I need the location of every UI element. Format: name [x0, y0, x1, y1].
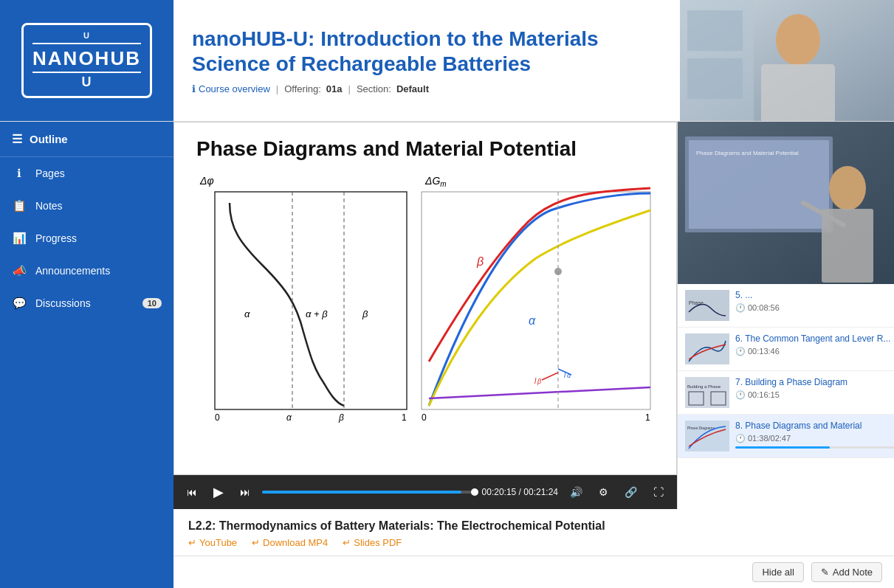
- playlist-item-6[interactable]: 6. The Common Tangent and Lever R... 🕐00…: [678, 328, 894, 371]
- hide-all-button[interactable]: Hide all: [752, 562, 803, 582]
- sidebar-label-announcements: Announcements: [35, 265, 162, 277]
- notes-icon: 📋: [12, 199, 27, 212]
- course-overview-link[interactable]: Course overview: [199, 83, 270, 94]
- logo-main: NANOHUB: [32, 47, 141, 70]
- outline-icon: ☰: [12, 132, 22, 146]
- playlist-info-7: 7. Building a Phase Diagram 🕐00:16:15: [735, 377, 894, 408]
- header-meta: ℹ Course overview | Offering: 01a | Sect…: [192, 83, 661, 94]
- svg-text:β: β: [362, 308, 368, 319]
- playlist-item-7[interactable]: Building a Phase 7. Building a Phase Dia…: [678, 371, 894, 415]
- playlist-item-5[interactable]: Phase 5. ... 🕐00:08:56: [678, 284, 894, 328]
- settings-button[interactable]: ⚙: [594, 483, 613, 501]
- time-display: 00:20:15 / 00:21:24: [482, 487, 558, 497]
- sidebar-label-notes: Notes: [35, 200, 162, 212]
- progress-bar[interactable]: [262, 491, 475, 494]
- below-video: L2.2: Thermodynamics of Battery Material…: [173, 509, 894, 556]
- svg-text:Phase Diagrams and Material Po: Phase Diagrams and Material Potential: [696, 150, 799, 156]
- main-content: ☰ Outline ℹ Pages 📋 Notes 📊 Progress 📣 A…: [0, 122, 894, 588]
- nanohub-logo: U NANOHUB U: [21, 23, 152, 98]
- svg-rect-2: [761, 64, 835, 121]
- skip-back-button[interactable]: ⏮: [182, 483, 202, 501]
- sidebar-label-discussions: Discussions: [35, 297, 134, 309]
- share-button[interactable]: 🔗: [620, 483, 642, 501]
- playlist-thumb-5: Phase: [685, 290, 729, 321]
- playlist-duration-5: 🕐00:08:56: [735, 303, 894, 313]
- outline-label: Outline: [30, 133, 68, 145]
- playlist-item-8[interactable]: Phase Diagrams 8. Phase Diagrams and Mat…: [678, 415, 894, 458]
- playlist-info-8: 8. Phase Diagrams and Material 🕐01:38/02…: [735, 421, 894, 452]
- svg-text:Δφ: Δφ: [199, 175, 214, 187]
- sidebar-outline-header: ☰ Outline: [0, 122, 173, 157]
- logo-area: U NANOHUB U: [0, 0, 173, 121]
- notes-bar: Hide all ✎ Add Note: [173, 556, 894, 588]
- playlist-progress-8: [735, 446, 894, 449]
- playlist-thumb-8: Phase Diagrams: [685, 421, 729, 452]
- svg-text:1: 1: [645, 412, 650, 423]
- playlist-progress-fill-8: [735, 446, 830, 449]
- playlist-title-8: 8. Phase Diagrams and Material: [735, 421, 894, 432]
- download-mp4-link[interactable]: Download MP4: [252, 537, 328, 548]
- progress-icon: 📊: [12, 232, 27, 245]
- svg-rect-37: [822, 209, 873, 283]
- content-area: Phase Diagrams and Material Potential Δφ: [173, 122, 894, 588]
- skip-forward-button[interactable]: ⏭: [235, 483, 255, 501]
- svg-text:α: α: [286, 412, 292, 423]
- svg-text:α: α: [529, 314, 536, 327]
- announcements-icon: 📣: [12, 264, 27, 277]
- sidebar-item-notes[interactable]: 📋 Notes: [0, 190, 173, 222]
- discussions-icon: 💬: [12, 297, 27, 310]
- instructor-photo-header: [680, 0, 894, 121]
- sidebar-item-announcements[interactable]: 📣 Announcements: [0, 255, 173, 287]
- svg-text:β: β: [537, 378, 541, 385]
- fullscreen-button[interactable]: ⛶: [649, 483, 668, 501]
- slide-graph: Δφ α: [196, 170, 654, 428]
- info-icon: ℹ: [192, 83, 196, 94]
- header-content: nanoHUB-U: Introduction to the Materials…: [173, 0, 680, 121]
- add-note-button[interactable]: ✎ Add Note: [811, 562, 882, 582]
- sidebar-item-discussions[interactable]: 💬 Discussions 10: [0, 287, 173, 319]
- sidebar-item-pages[interactable]: ℹ Pages: [0, 157, 173, 190]
- section-label: Section:: [357, 83, 391, 94]
- playlist-duration-6: 🕐00:13:46: [735, 347, 894, 356]
- pages-icon: ℹ: [12, 167, 27, 180]
- playlist-thumb-6: [685, 333, 729, 364]
- sidebar-label-pages: Pages: [35, 167, 162, 179]
- svg-point-1: [776, 14, 820, 66]
- add-note-icon: ✎: [821, 567, 829, 578]
- video-controls: ⏮ ▶ ⏭ 00:20:15 / 00:21:24 🔊 ⚙: [173, 475, 677, 509]
- svg-text:0: 0: [215, 412, 220, 423]
- logo-top: U: [32, 31, 141, 44]
- svg-text:0: 0: [422, 412, 427, 423]
- svg-text:β: β: [338, 412, 344, 423]
- svg-point-23: [554, 268, 562, 275]
- svg-text:α + β: α + β: [306, 308, 328, 319]
- svg-rect-42: [685, 377, 729, 408]
- slides-pdf-link[interactable]: Slides PDF: [343, 537, 402, 548]
- logo-bottom: U: [32, 72, 141, 90]
- playlist: Phase Diagrams and Material Potential Ph…: [677, 122, 894, 509]
- section-value: Default: [396, 83, 429, 94]
- svg-text:1: 1: [402, 412, 407, 423]
- svg-text:β: β: [476, 255, 484, 268]
- playlist-title-5: 5. ...: [735, 290, 894, 302]
- playlist-title-7: 7. Building a Phase Diagram: [735, 377, 894, 389]
- instructor-video: Phase Diagrams and Material Potential: [678, 122, 894, 284]
- playlist-duration-8: 🕐01:38/02:47: [735, 434, 894, 443]
- svg-text:Phase Diagrams: Phase Diagrams: [687, 426, 715, 430]
- svg-point-36: [829, 166, 866, 210]
- progress-bar-fill: [262, 491, 461, 494]
- course-title: nanoHUB-U: Introduction to the Materials…: [192, 27, 661, 76]
- add-note-label: Add Note: [833, 567, 873, 578]
- svg-text:Building a Phase: Building a Phase: [687, 384, 721, 389]
- volume-button[interactable]: 🔊: [565, 483, 587, 501]
- svg-text:ΔGm: ΔGm: [424, 175, 447, 188]
- youtube-link[interactable]: YouTube: [188, 537, 237, 548]
- sidebar-item-progress[interactable]: 📊 Progress: [0, 222, 173, 255]
- slide-content: Phase Diagrams and Material Potential Δφ: [174, 122, 676, 474]
- video-links: YouTube Download MP4 Slides PDF: [188, 537, 879, 548]
- playlist-info-5: 5. ... 🕐00:08:56: [735, 290, 894, 321]
- playlist-duration-7: 🕐00:16:15: [735, 390, 894, 400]
- play-button[interactable]: ▶: [209, 481, 228, 503]
- video-lesson-title: L2.2: Thermodynamics of Battery Material…: [188, 519, 879, 533]
- progress-dot: [471, 488, 478, 496]
